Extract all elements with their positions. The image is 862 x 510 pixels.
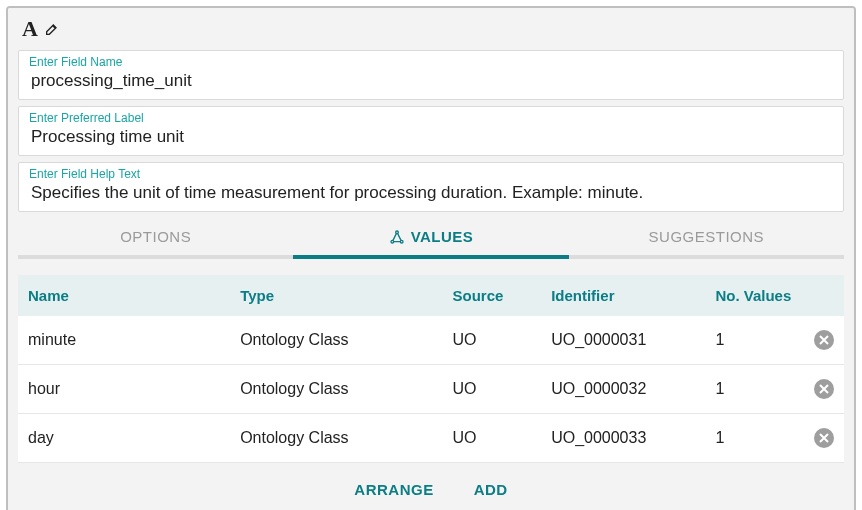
svg-point-1 <box>391 240 394 243</box>
cell-source: UO <box>443 365 542 414</box>
preferred-label-block[interactable]: Enter Preferred Label Processing time un… <box>18 106 844 156</box>
cell-type: Ontology Class <box>230 316 442 365</box>
tab-options-label: OPTIONS <box>120 228 191 245</box>
svg-point-0 <box>395 231 398 234</box>
help-text-block[interactable]: Enter Field Help Text Specifies the unit… <box>18 162 844 212</box>
col-header-num: No. Values <box>705 275 804 316</box>
col-header-name: Name <box>18 275 230 316</box>
values-table-wrap: Name Type Source Identifier No. Values m… <box>18 275 844 463</box>
table-row: day Ontology Class UO UO_0000033 1 <box>18 414 844 463</box>
cell-type: Ontology Class <box>230 365 442 414</box>
tab-options[interactable]: OPTIONS <box>18 220 293 255</box>
field-editor-panel: A Enter Field Name processing_time_unit … <box>6 6 856 510</box>
delete-row-button[interactable] <box>814 379 834 399</box>
values-icon <box>389 229 405 245</box>
cell-name: day <box>18 414 230 463</box>
col-header-source: Source <box>443 275 542 316</box>
col-header-delete <box>804 275 844 316</box>
cell-name: minute <box>18 316 230 365</box>
cell-type: Ontology Class <box>230 414 442 463</box>
help-text-placeholder: Enter Field Help Text <box>29 167 833 181</box>
table-row: hour Ontology Class UO UO_0000032 1 <box>18 365 844 414</box>
field-name-value: processing_time_unit <box>29 71 833 91</box>
table-row: minute Ontology Class UO UO_0000031 1 <box>18 316 844 365</box>
delete-row-button[interactable] <box>814 428 834 448</box>
table-header-row: Name Type Source Identifier No. Values <box>18 275 844 316</box>
text-type-icon: A <box>22 18 38 40</box>
arrange-button[interactable]: ARRANGE <box>354 481 433 498</box>
cell-identifier: UO_0000032 <box>541 365 705 414</box>
edit-icon[interactable] <box>44 21 60 37</box>
tab-values[interactable]: VALUES <box>293 220 568 255</box>
panel-header: A <box>8 8 854 48</box>
help-text-value: Specifies the unit of time measurement f… <box>29 183 833 203</box>
field-name-placeholder: Enter Field Name <box>29 55 833 69</box>
field-name-block[interactable]: Enter Field Name processing_time_unit <box>18 50 844 100</box>
svg-point-2 <box>400 240 403 243</box>
cell-num: 1 <box>705 316 804 365</box>
cell-source: UO <box>443 316 542 365</box>
tab-bar: OPTIONS VALUES SUGGESTIONS <box>18 220 844 255</box>
cell-name: hour <box>18 365 230 414</box>
cell-source: UO <box>443 414 542 463</box>
col-header-type: Type <box>230 275 442 316</box>
tab-suggestions[interactable]: SUGGESTIONS <box>569 220 844 255</box>
preferred-label-placeholder: Enter Preferred Label <box>29 111 833 125</box>
delete-row-button[interactable] <box>814 330 834 350</box>
cell-identifier: UO_0000033 <box>541 414 705 463</box>
values-table: Name Type Source Identifier No. Values m… <box>18 275 844 463</box>
cell-identifier: UO_0000031 <box>541 316 705 365</box>
tab-underline <box>18 255 844 259</box>
cell-num: 1 <box>705 414 804 463</box>
table-body: minute Ontology Class UO UO_0000031 1 ho… <box>18 316 844 463</box>
tab-suggestions-label: SUGGESTIONS <box>649 228 765 245</box>
col-header-identifier: Identifier <box>541 275 705 316</box>
tab-values-label: VALUES <box>411 228 474 245</box>
table-actions: ARRANGE ADD <box>8 463 854 510</box>
add-button[interactable]: ADD <box>474 481 508 498</box>
cell-num: 1 <box>705 365 804 414</box>
preferred-label-value: Processing time unit <box>29 127 833 147</box>
